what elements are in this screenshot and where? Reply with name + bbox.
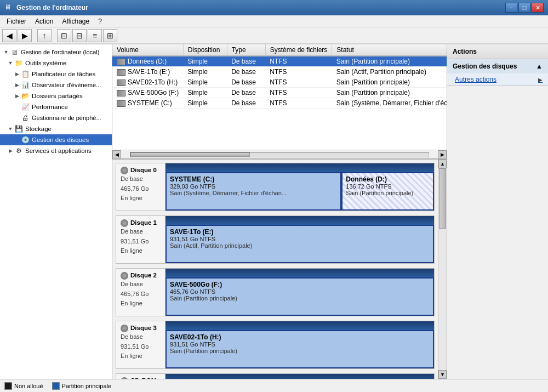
primary-box <box>52 382 60 390</box>
horizontal-scrollbar[interactable]: ◀ ▶ <box>112 150 447 158</box>
disk-label: Disque 3De base931,51 GoEn ligne <box>116 321 165 368</box>
maximize-button[interactable]: □ <box>518 3 530 13</box>
forward-button[interactable]: ▶ <box>18 29 32 42</box>
close-button[interactable]: ✕ <box>532 3 544 13</box>
disk-label: Disque 0De base465,76 GoEn ligne <box>116 163 165 211</box>
right-area: Volume Disposition Type Système de fichi… <box>112 44 447 379</box>
up-button[interactable]: ↑ <box>37 29 52 42</box>
minimize-button[interactable]: − <box>505 3 517 13</box>
table-row[interactable]: SAVE02-1To (H:)SimpleDe baseNTFSSain (Pa… <box>112 77 447 88</box>
tree-label: Performance <box>32 104 68 110</box>
vscroll-track[interactable] <box>438 168 447 370</box>
tree-label: Outils système <box>25 60 66 66</box>
hscroll-track[interactable] <box>130 152 429 157</box>
partition-status: Sain (Partition principale) <box>170 348 430 354</box>
arrow-icon: ▶ <box>538 77 543 83</box>
scroll-down-btn[interactable]: ▼ <box>438 370 447 379</box>
tree-label: Services et applications <box>25 147 92 154</box>
cell-fs: NTFS <box>265 56 332 67</box>
menu-fichier[interactable]: Fichier <box>2 16 31 26</box>
hscroll-thumb <box>130 152 250 157</box>
cell-volume: SAVE-500Go (F:) <box>112 88 183 98</box>
event-icon: 📊 <box>21 81 30 89</box>
tree-root-label: Gestion de l'ordinateur (local) <box>21 49 99 55</box>
cylinder-icon <box>121 219 128 227</box>
left-panel: ▼ 🖥 Gestion de l'ordinateur (local) ▼ 📁 … <box>0 44 112 379</box>
help-button[interactable]: ⊞ <box>103 29 117 42</box>
expand-icon: ▶ <box>13 81 21 89</box>
cell-type: De base <box>227 67 265 77</box>
table-row[interactable]: SAVE-500Go (F:)SimpleDe baseNTFSSain (Pa… <box>112 88 447 98</box>
disk-name: Disque 1 <box>121 219 161 227</box>
back-button[interactable]: ◀ <box>2 29 16 42</box>
disk-info: De base465,76 GoEn ligne <box>121 174 161 203</box>
sidebar-item-performance[interactable]: 📈 Performance <box>0 101 112 112</box>
expand-icon: ▼ <box>7 59 14 67</box>
titlebar: 🖥 Gestion de l'ordinateur − □ ✕ <box>0 0 548 15</box>
col-statut[interactable]: Statut <box>332 44 447 56</box>
col-fs[interactable]: Système de fichiers <box>265 44 332 56</box>
cylinder-icon <box>121 377 128 379</box>
menu-help[interactable]: ? <box>94 16 106 26</box>
sidebar-item-gestionnaire[interactable]: 🖨 Gestionnaire de périphé... <box>0 112 112 123</box>
disk-partition[interactable]: Données (D:)136,72 Go NTFSSain (Partitio… <box>341 172 434 211</box>
col-type[interactable]: Type <box>227 44 265 56</box>
table-scroll[interactable]: Volume Disposition Type Système de fichi… <box>112 44 447 150</box>
expand-icon: ▼ <box>2 48 10 56</box>
cell-volume: SAVE02-1To (H:) <box>112 77 183 88</box>
sidebar-item-planificateur[interactable]: ▶ 📋 Planificateur de tâches <box>0 69 112 79</box>
disk-small-icon <box>117 59 125 65</box>
sidebar-item-gestion-disques[interactable]: 💿 Gestion des disques <box>0 134 112 145</box>
sidebar-item-stockage[interactable]: ▼ 💾 Stockage <box>0 123 112 134</box>
partition-name: SAVE-1To (E:) <box>170 228 430 236</box>
show-hide-button[interactable]: ⊡ <box>57 29 71 42</box>
cylinder-icon <box>121 167 128 174</box>
partition-name: Données (D:) <box>346 175 430 183</box>
menu-action[interactable]: Action <box>31 16 58 26</box>
disk-label: Disque 1De base931,51 GoEn ligne <box>116 216 165 263</box>
disk-label: CD-ROM 0 <box>116 374 165 379</box>
actions-section-header[interactable]: Gestion des disques ▲ <box>447 59 548 73</box>
partition-status: Sain (Système, Démarrer, Fichier d'échan… <box>170 190 337 196</box>
scroll-up-btn[interactable]: ▲ <box>438 160 447 168</box>
sidebar-item-outils-systeme[interactable]: ▼ 📁 Outils système <box>0 58 112 69</box>
tree-root[interactable]: ▼ 🖥 Gestion de l'ordinateur (local) <box>0 47 112 58</box>
cylinder-icon <box>121 325 128 332</box>
vertical-scrollbar[interactable]: ▲ ▼ <box>438 160 447 379</box>
partition-size: 136,72 Go NTFS <box>346 183 430 190</box>
disk-label: Disque 2De base465,76 GoEn ligne <box>116 269 165 316</box>
cell-disposition: Simple <box>183 98 227 109</box>
cell-disposition: Simple <box>183 56 227 67</box>
disk-partition[interactable]: SAVE-1To (E:)931,51 Go NTFSSain (Actif, … <box>165 225 434 263</box>
expand-icon: ▼ <box>7 125 14 133</box>
table-row[interactable]: SYSTEME (C:)SimpleDe baseNTFSSain (Systè… <box>112 98 447 109</box>
autres-actions-item[interactable]: Autres actions ▶ <box>447 73 548 86</box>
col-volume[interactable]: Volume <box>112 44 183 56</box>
sidebar-item-services[interactable]: ▶ ⚙ Services et applications <box>0 145 112 156</box>
disk-row: Disque 0De base465,76 GoEn ligneSYSTEME … <box>116 163 435 211</box>
sidebar-item-observateur[interactable]: ▶ 📊 Observateur d'événeme... <box>0 79 112 90</box>
menu-affichage[interactable]: Affichage <box>58 16 94 26</box>
table-row[interactable]: SAVE-1To (E:)SimpleDe baseNTFSSain (Acti… <box>112 67 447 77</box>
scroll-left-btn[interactable]: ◀ <box>112 150 121 159</box>
disk-row: Disque 3De base931,51 GoEn ligneSAVE02-1… <box>116 321 435 369</box>
partition-status: Sain (Actif, Partition principale) <box>170 242 430 249</box>
disk-partition[interactable]: SAVE02-1To (H:)931,51 Go NTFSSain (Parti… <box>165 330 434 368</box>
collapse-button[interactable]: ⊟ <box>72 29 87 42</box>
scroll-right-btn[interactable]: ▶ <box>438 150 447 159</box>
sidebar-item-dossiers[interactable]: ▶ 📂 Dossiers partagés <box>0 90 112 101</box>
properties-button[interactable]: ≡ <box>88 29 102 42</box>
perf-icon: 📈 <box>21 103 30 111</box>
primary-label: Partition principale <box>62 383 112 389</box>
table-row[interactable]: Données (D:)SimpleDe baseNTFSSain (Parti… <box>112 56 447 67</box>
disk-partition[interactable]: SAVE-500Go (F:)465,76 Go NTFSSain (Parti… <box>165 277 434 316</box>
vscroll-thumb <box>439 168 446 229</box>
unallocated-box <box>4 382 12 390</box>
col-disposition[interactable]: Disposition <box>183 44 227 56</box>
expand-icon <box>13 136 21 144</box>
disk-partition[interactable]: SYSTEME (C:)329,03 Go NTFSSain (Système,… <box>165 172 341 211</box>
disk-table: Volume Disposition Type Système de fichi… <box>112 44 447 109</box>
partition-size: 931,51 Go NTFS <box>170 236 430 242</box>
toolbar: ◀ ▶ ↑ ⊡ ⊟ ≡ ⊞ <box>0 27 548 44</box>
cell-fs: NTFS <box>265 67 332 77</box>
